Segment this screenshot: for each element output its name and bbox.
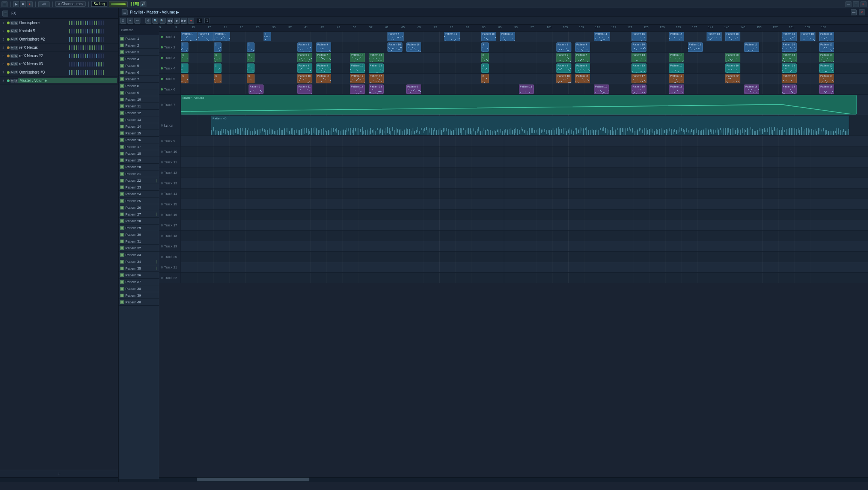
step-4[interactable] xyxy=(78,70,80,75)
pattern-block-t6-1[interactable]: Pattern 11 xyxy=(297,84,312,94)
pattern-block-t5-8[interactable]: Pattern 10 xyxy=(556,74,571,83)
step-0[interactable] xyxy=(69,45,71,50)
step-9[interactable] xyxy=(89,20,91,26)
step-14[interactable] xyxy=(100,70,102,75)
pattern-item-35[interactable]: ▦ Pattern 35 xyxy=(119,265,159,272)
pattern-block-t2-14[interactable]: Pattern 11 xyxy=(819,42,834,52)
pattern-block-t3-1[interactable]: 3 xyxy=(214,53,222,62)
pattern-block-t5-9[interactable]: Pattern 10 xyxy=(575,74,590,83)
step-3[interactable] xyxy=(75,70,77,75)
pattern-block-t6-2[interactable]: Pattern 18 xyxy=(350,84,365,94)
pattern-block-t2-10[interactable]: Pattern 16 xyxy=(631,42,646,52)
pattern-item-33[interactable]: ▦ Pattern 33 xyxy=(119,252,159,258)
step-5[interactable] xyxy=(80,20,82,26)
ch-led-5[interactable] xyxy=(7,54,10,57)
step-4[interactable] xyxy=(78,53,80,59)
step-5[interactable] xyxy=(80,45,82,50)
pattern-item-1[interactable]: ▦ Pattern 1 xyxy=(119,35,159,42)
channel-item-4[interactable]: 4 M S refX Nexus xyxy=(0,44,118,52)
h-scroll-thumb[interactable] xyxy=(197,478,309,481)
pl-minimize-btn[interactable]: — xyxy=(851,9,857,15)
pattern-block-t5-4[interactable]: Pattern 10 xyxy=(316,74,331,83)
ch-led-7[interactable] xyxy=(7,71,10,74)
pattern-item-27[interactable]: ▦ Pattern 27 xyxy=(119,211,159,218)
step-9[interactable] xyxy=(89,62,91,67)
pattern-block-t1-7[interactable]: Pattern 18 xyxy=(500,32,515,41)
speaker-icon[interactable]: 🔊 xyxy=(140,1,146,7)
step-14[interactable] xyxy=(100,62,102,67)
step-0[interactable] xyxy=(69,53,71,59)
step-15[interactable] xyxy=(102,29,104,34)
ch-solo-8[interactable]: S xyxy=(14,79,18,83)
step-15[interactable] xyxy=(102,37,104,42)
pattern-block-t6-7[interactable]: Pattern 16 xyxy=(631,84,646,94)
step-1[interactable] xyxy=(71,45,73,50)
pattern-block-t6-11[interactable]: Pattern 18 xyxy=(819,84,834,94)
step-13[interactable] xyxy=(98,62,100,67)
track-content-14[interactable] xyxy=(181,188,868,199)
ch-mute-4[interactable]: M xyxy=(11,46,14,50)
step-8[interactable] xyxy=(87,45,89,50)
step-12[interactable] xyxy=(96,37,98,42)
step-4[interactable] xyxy=(78,29,80,34)
ch-mute-3[interactable]: M xyxy=(11,38,14,41)
pattern-block-t4-6[interactable]: Pattern 15 xyxy=(369,63,384,73)
channel-item-5[interactable]: 5 M S refX Nexus #2 xyxy=(0,52,118,60)
step-11[interactable] xyxy=(93,70,95,75)
step-8[interactable] xyxy=(87,37,89,42)
step-1[interactable] xyxy=(71,37,73,42)
pattern-item-13[interactable]: ▦ Pattern 13 xyxy=(119,116,159,123)
track-content-2[interactable]: 333Pattern 9Pattern 9Pattern 16Pattern 1… xyxy=(181,42,868,53)
step-0[interactable] xyxy=(69,37,71,42)
pattern-block-t1-11[interactable]: Pattern 18 xyxy=(707,32,722,41)
step-12[interactable] xyxy=(96,62,98,67)
pattern-block-t2-3[interactable]: Pattern 9 xyxy=(297,42,312,52)
step-9[interactable] xyxy=(89,37,91,42)
pattern-block-t2-6[interactable]: Pattern 16 xyxy=(406,42,421,52)
pattern-block-t3-13[interactable]: Pattern 13 xyxy=(782,53,797,62)
menu-btn[interactable]: ☰ xyxy=(2,1,8,7)
pattern-block-t3-11[interactable]: Pattern 13 xyxy=(669,53,684,62)
pattern-block-t1-12[interactable]: Pattern 18 xyxy=(725,32,740,41)
step-2[interactable] xyxy=(73,20,75,26)
step-15[interactable] xyxy=(102,45,104,50)
step-6[interactable] xyxy=(82,29,84,34)
pattern-item-10[interactable]: ▦ Pattern 10 xyxy=(119,96,159,103)
step-14[interactable] xyxy=(100,20,102,26)
step-2[interactable] xyxy=(73,37,75,42)
pattern-item-15[interactable]: ▦ Pattern 15 xyxy=(119,130,159,137)
step-7[interactable] xyxy=(84,62,86,67)
pattern-block-t2-1[interactable]: 3 xyxy=(214,42,222,52)
pattern-block-t2-7[interactable]: 3 xyxy=(481,42,489,52)
pt-record-btn[interactable]: ● xyxy=(188,18,194,24)
pattern-block-t2-11[interactable]: Pattern 11 xyxy=(688,42,703,52)
step-7[interactable] xyxy=(84,53,86,59)
pattern-block-t6-8[interactable]: Pattern 13 xyxy=(669,84,684,94)
minimize-btn[interactable]: — xyxy=(845,1,851,7)
step-12[interactable] xyxy=(96,45,98,50)
pattern-item-9[interactable]: ▦ Pattern 9 xyxy=(119,89,159,96)
pattern-item-25[interactable]: ▦ Pattern 25 xyxy=(119,198,159,204)
step-8[interactable] xyxy=(87,70,89,75)
pattern-item-31[interactable]: ▦ Pattern 31 xyxy=(119,238,159,245)
pattern-item-40[interactable]: ▦ Pattern 40 xyxy=(119,299,159,306)
cr-menu-btn[interactable]: ☰ xyxy=(2,11,8,17)
ch-solo-6[interactable]: S xyxy=(14,62,18,66)
step-11[interactable] xyxy=(93,29,95,34)
pattern-block-t4-0[interactable]: 3 xyxy=(181,63,188,73)
pattern-block-t3-6[interactable]: Pattern 13 xyxy=(369,53,384,62)
pt-pencil-btn[interactable]: ✏ xyxy=(134,18,140,24)
step-13[interactable] xyxy=(98,45,100,50)
ch-mute-2[interactable]: M xyxy=(11,29,14,33)
track-content-11[interactable] xyxy=(181,157,868,167)
step-1[interactable] xyxy=(71,70,73,75)
all-label[interactable]: All xyxy=(38,1,50,7)
pattern-block-t3-5[interactable]: Pattern 13 xyxy=(350,53,365,62)
pattern-block-t4-13[interactable]: Pattern 15 xyxy=(782,63,797,73)
pt-right-btn[interactable]: ▶▶ xyxy=(181,18,187,24)
pattern-block-t3-2[interactable]: 3 xyxy=(247,53,255,62)
pattern-block-t3-9[interactable]: Pattern 7 xyxy=(575,53,590,62)
pattern-block-t5-3[interactable]: Pattern 10 xyxy=(297,74,312,83)
step-1[interactable] xyxy=(71,53,73,59)
pattern-block-t6-5[interactable]: Pattern 11 xyxy=(519,84,534,94)
